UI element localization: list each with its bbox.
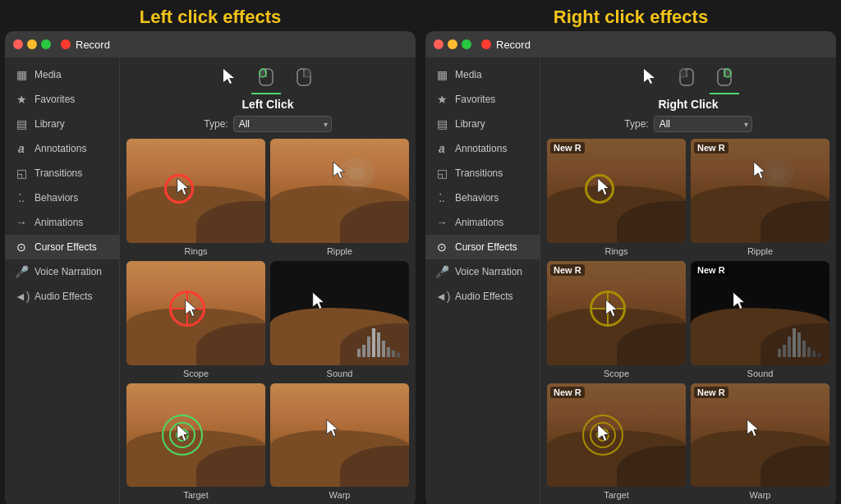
svg-marker-31 (606, 300, 618, 317)
left-maximize-button[interactable] (41, 39, 51, 49)
right-record-dot (481, 39, 491, 49)
left-label-ripple: Ripple (327, 246, 352, 256)
right-type-label: Type: (624, 118, 648, 130)
right-sidebar-item-favorites[interactable]: ★ Favorites (425, 87, 540, 112)
svg-rect-10 (357, 349, 361, 357)
left-record-dot (61, 39, 71, 49)
svg-marker-19 (312, 292, 324, 309)
right-sidebar-item-transitions[interactable]: ◱ Transitions (425, 161, 540, 186)
right-sound-new-overlay: New R (691, 261, 830, 365)
left-thumb-ripple (270, 139, 409, 243)
sidebar-item-audio-effects[interactable]: ◄) Audio Effects (5, 284, 119, 309)
right-sidebar-item-library[interactable]: ▤ Library (425, 112, 540, 136)
right-maximize-button[interactable] (462, 39, 471, 49)
left-type-select[interactable]: All (233, 116, 332, 132)
right-close-button[interactable] (434, 39, 443, 49)
sidebar-item-behaviors[interactable]: ⁚. Behaviors (5, 186, 119, 210)
left-effect-sound[interactable]: Sound (270, 261, 409, 378)
right-sidebar-label-transitions: Transitions (455, 167, 503, 179)
sidebar-label-transitions: Transitions (34, 167, 82, 179)
svg-marker-41 (733, 292, 744, 309)
right-effect-ripple[interactable]: New R Ripple (691, 139, 830, 256)
svg-rect-15 (382, 341, 385, 357)
sidebar-item-animations[interactable]: → Animations (5, 210, 119, 235)
right-sidebar-item-behaviors[interactable]: ⁚. Behaviors (425, 186, 540, 210)
svg-marker-7 (177, 178, 189, 195)
left-panel: Record ▦ Media ★ Favorites ▤ (5, 31, 416, 504)
left-tab-left-click[interactable] (251, 64, 281, 94)
svg-marker-43 (747, 419, 758, 437)
right-thumb-warp: New R (691, 383, 830, 488)
left-effect-scope[interactable]: Scope (126, 261, 265, 378)
right-label-warp: Warp (750, 490, 771, 500)
right-sidebar-item-animations[interactable]: → Animations (425, 210, 540, 235)
left-tab-cursor[interactable] (217, 64, 243, 94)
left-sidebar: ▦ Media ★ Favorites ▤ Library a Annotati… (5, 57, 120, 504)
sidebar-label-annotations: Annotations (34, 143, 86, 154)
sidebar-item-annotations[interactable]: a Annotations (5, 136, 119, 161)
svg-rect-25 (680, 69, 687, 77)
right-sidebar-item-voice-narration[interactable]: 🎤 Voice Narration (425, 259, 540, 284)
right-thumb-rings: New R (547, 139, 686, 243)
right-sidebar-item-audio-effects[interactable]: ◄) Audio Effects (425, 284, 540, 309)
right-tab-right-click[interactable] (710, 64, 739, 94)
right-type-select[interactable]: All (654, 116, 752, 132)
right-sidebar-item-media[interactable]: ▦ Media (425, 62, 540, 87)
right-rings-new-text: New R (550, 142, 585, 153)
right-sidebar: ▦ Media ★ Favorites ▤ Library a Annotati… (425, 57, 540, 504)
svg-rect-13 (372, 328, 375, 357)
library-icon: ▤ (15, 117, 28, 131)
right-main-content: Right Click Type: All (540, 57, 836, 504)
right-minimize-button[interactable] (448, 39, 457, 49)
svg-marker-30 (754, 162, 765, 179)
right-scope-new-text: New R (550, 264, 585, 276)
right-sidebar-item-annotations[interactable]: a Annotations (425, 136, 540, 161)
right-effect-scope[interactable]: New R Scope (547, 261, 686, 378)
right-traffic-lights (434, 39, 471, 49)
sidebar-item-voice-narration[interactable]: 🎤 Voice Narration (5, 259, 119, 284)
left-effect-target[interactable]: Target (126, 383, 265, 501)
sidebar-label-animations: Animations (34, 217, 83, 228)
left-tab-right-click[interactable] (289, 64, 319, 94)
left-minimize-button[interactable] (27, 39, 37, 49)
left-label-scope: Scope (183, 369, 209, 378)
sidebar-item-media[interactable]: ▦ Media (5, 62, 119, 87)
right-effect-target[interactable]: New R Target (547, 383, 686, 501)
sidebar-item-library[interactable]: ▤ Library (5, 112, 119, 136)
left-type-select-wrapper: All (233, 116, 332, 132)
left-label-rings: Rings (184, 246, 207, 256)
right-effect-sound[interactable]: New R Sound (691, 261, 830, 378)
right-type-row: Type: All (547, 116, 830, 132)
left-close-button[interactable] (13, 39, 23, 49)
right-click-title: Right Click (547, 98, 830, 111)
sidebar-item-cursor-effects[interactable]: ⊙ Cursor Effects (5, 235, 119, 259)
left-type-label: Type: (204, 118, 227, 130)
right-thumb-ripple: New R (691, 139, 830, 243)
right-tab-left-click[interactable] (672, 64, 701, 94)
transitions-icon: ◱ (15, 167, 28, 180)
right-voice-narration-icon: 🎤 (435, 265, 448, 278)
right-effect-warp[interactable]: New R Warp (691, 383, 830, 501)
sidebar-item-favorites[interactable]: ★ Favorites (5, 87, 119, 112)
right-panel-body: ▦ Media ★ Favorites ▤ Library a Annotati… (425, 57, 836, 504)
right-effect-rings[interactable]: New R Rings (547, 139, 686, 256)
right-record-button[interactable]: Record (481, 39, 531, 51)
left-effect-warp[interactable]: Warp (270, 383, 409, 501)
audio-effects-icon: ◄) (15, 290, 28, 303)
right-ripple-new-overlay: New R (691, 139, 830, 243)
right-target-new-overlay: New R (547, 383, 686, 488)
right-favorites-icon: ★ (435, 93, 448, 106)
svg-rect-12 (367, 337, 370, 357)
left-effect-ripple[interactable]: Ripple (270, 139, 409, 256)
right-sidebar-label-audio-effects: Audio Effects (455, 291, 513, 302)
left-titlebar: Record (5, 31, 416, 57)
right-behaviors-icon: ⁚. (435, 191, 448, 204)
svg-marker-42 (598, 424, 609, 442)
sidebar-label-behaviors: Behaviors (34, 192, 78, 204)
right-sidebar-item-cursor-effects[interactable]: ⊙ Cursor Effects (425, 235, 540, 259)
sidebar-item-transitions[interactable]: ◱ Transitions (5, 161, 119, 186)
right-library-icon: ▤ (435, 117, 448, 131)
left-effect-rings[interactable]: Rings (126, 139, 265, 256)
left-record-button[interactable]: Record (61, 39, 110, 51)
right-tab-cursor[interactable] (637, 64, 664, 94)
